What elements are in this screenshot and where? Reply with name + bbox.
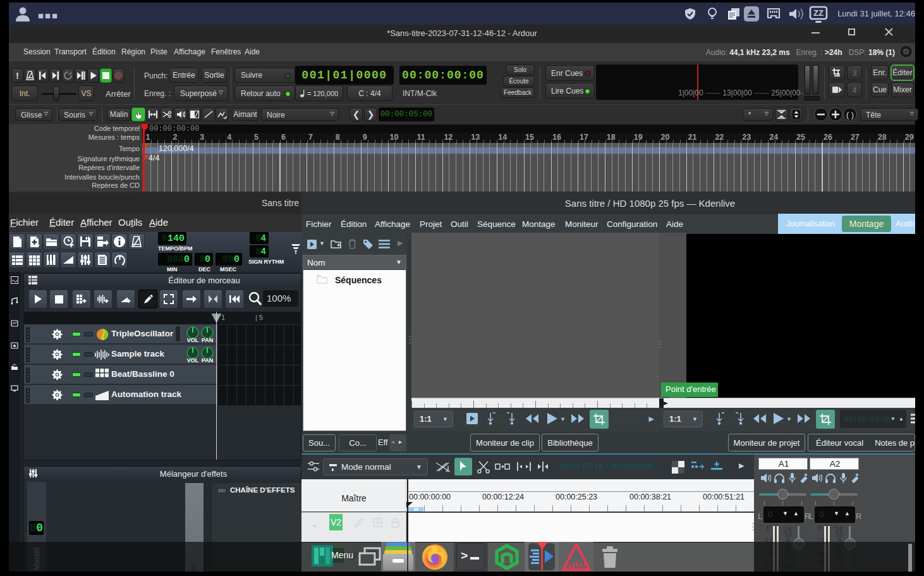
svg-text:(): () [846, 111, 854, 120]
